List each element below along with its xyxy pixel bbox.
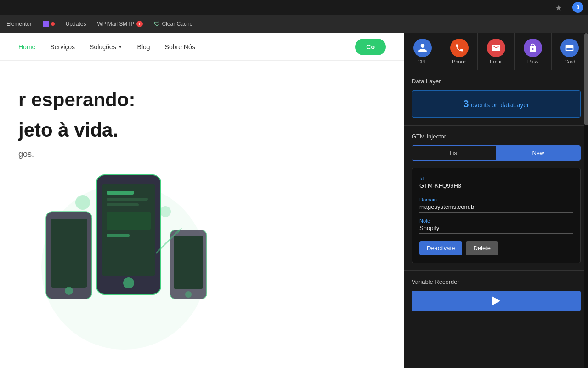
gtm-injector-title: GTM Injector xyxy=(412,133,581,140)
id-label: Id xyxy=(419,176,573,181)
field-domain: Domain magesystems.com.br xyxy=(419,197,573,213)
phone-illustration xyxy=(0,138,216,368)
nav-solucoes[interactable]: Soluções ▼ xyxy=(90,41,123,52)
toolbar-elementor[interactable]: Elementor xyxy=(4,19,34,29)
tab-new[interactable]: New xyxy=(496,146,580,160)
tab-list[interactable]: List xyxy=(412,146,496,160)
field-id: Id GTM-KFQ99H8 xyxy=(419,176,573,191)
elementor-label: Elementor xyxy=(6,21,32,27)
hero-line1: r esperando: xyxy=(18,88,386,111)
gtm-panel: CPF Phone Email Pass Card xyxy=(404,33,588,368)
wpmail-label: WP Mail SMTP xyxy=(97,21,134,27)
svg-rect-7 xyxy=(107,212,151,230)
datalayer-box[interactable]: 3 events on dataLayer xyxy=(412,90,581,118)
domain-value[interactable]: magesystems.com.br xyxy=(419,203,573,213)
svg-rect-8 xyxy=(107,234,130,237)
cache-icon: 🛡 xyxy=(154,20,160,28)
icon-row: CPF Phone Email Pass Card xyxy=(404,33,588,70)
tab-row: List New xyxy=(412,145,581,161)
nav-home[interactable]: Home xyxy=(18,41,35,52)
email-icon xyxy=(487,39,505,57)
nav-servicos[interactable]: Serviços xyxy=(50,41,75,52)
datalayer-events-text: events on dataLayer xyxy=(471,101,529,109)
toolbar-wpmail[interactable]: WP Mail SMTP 1 xyxy=(94,19,145,29)
variable-recorder-section: Variable Recorder xyxy=(404,271,588,318)
svg-rect-10 xyxy=(51,218,87,288)
card-label: Card xyxy=(564,59,575,64)
note-label: Note xyxy=(419,218,573,224)
variable-recorder-title: Variable Recorder xyxy=(412,278,581,285)
phone-label: Phone xyxy=(452,59,467,64)
email-label: Email xyxy=(490,59,503,64)
wpmail-badge: 1 xyxy=(136,21,143,27)
deactivate-button[interactable]: Deactivate xyxy=(419,241,462,255)
clearcache-label: Clear Cache xyxy=(162,21,193,27)
play-button[interactable] xyxy=(412,291,581,311)
svg-point-14 xyxy=(185,291,192,298)
icon-email[interactable]: Email xyxy=(478,33,514,70)
toolbar-updates[interactable]: Updates xyxy=(63,19,89,29)
icon-card[interactable]: Card xyxy=(552,33,588,70)
domain-label: Domain xyxy=(419,197,573,202)
svg-rect-6 xyxy=(107,203,139,206)
updates-label: Updates xyxy=(66,21,86,27)
pass-label: Pass xyxy=(527,59,538,64)
play-icon xyxy=(492,296,500,305)
icon-phone[interactable]: Phone xyxy=(441,33,478,70)
extension-badge[interactable]: 3 xyxy=(572,2,583,13)
cpf-icon xyxy=(413,39,432,57)
delete-button[interactable]: Delete xyxy=(466,241,498,255)
phone-icon xyxy=(450,39,469,57)
cpf-label: CPF xyxy=(418,59,428,64)
datalayer-count: 3 xyxy=(463,98,469,109)
gtm-injector-section: GTM Injector List New Id GTM-KFQ99H8 Dom… xyxy=(404,126,588,271)
card-icon xyxy=(560,39,579,57)
svg-rect-4 xyxy=(107,191,134,195)
svg-rect-5 xyxy=(107,198,148,201)
data-layer-title: Data Layer xyxy=(412,78,581,85)
yoast-icon xyxy=(43,21,49,27)
chevron-down-icon: ▼ xyxy=(118,44,123,49)
toolbar-clearcache[interactable]: 🛡 Clear Cache xyxy=(151,18,196,29)
toolbar: Elementor Updates WP Mail SMTP 1 🛡 Clear… xyxy=(0,15,588,33)
scroll-thumb[interactable] xyxy=(584,33,588,125)
svg-point-11 xyxy=(65,287,73,295)
browser-bar: ★ 3 xyxy=(0,0,588,15)
icon-pass[interactable]: Pass xyxy=(515,33,552,70)
svg-rect-13 xyxy=(174,236,203,289)
svg-point-16 xyxy=(160,206,171,217)
note-value[interactable]: Shopify xyxy=(419,224,573,234)
yoast-dot xyxy=(51,22,55,26)
action-row: Deactivate Delete xyxy=(419,241,573,255)
svg-point-3 xyxy=(123,277,134,288)
field-note: Note Shopify xyxy=(419,218,573,234)
nav-sobre[interactable]: Sobre Nós xyxy=(165,41,195,52)
website-area: Home Serviços Soluções ▼ Blog Sobre Nós … xyxy=(0,33,404,368)
nav-blog[interactable]: Blog xyxy=(137,41,150,52)
form-card: Id GTM-KFQ99H8 Domain magesystems.com.br… xyxy=(412,168,581,263)
data-layer-section: Data Layer 3 events on dataLayer xyxy=(404,70,588,126)
id-value[interactable]: GTM-KFQ99H8 xyxy=(419,182,573,191)
site-nav: Home Serviços Soluções ▼ Blog Sobre Nós … xyxy=(0,33,404,61)
toolbar-yoast[interactable] xyxy=(40,19,57,29)
nav-cta-button[interactable]: Co xyxy=(355,39,386,55)
svg-point-15 xyxy=(75,195,90,210)
icon-cpf[interactable]: CPF xyxy=(404,33,441,70)
star-icon[interactable]: ★ xyxy=(555,3,562,13)
pass-icon xyxy=(524,39,542,57)
